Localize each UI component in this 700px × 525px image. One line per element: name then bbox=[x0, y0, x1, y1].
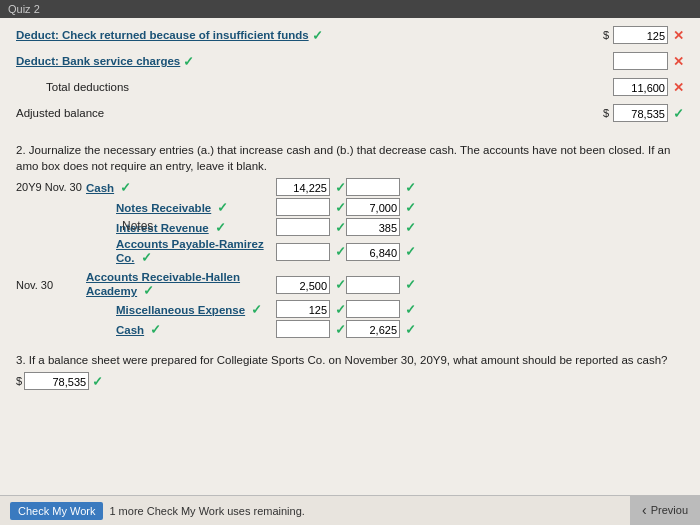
debit-check-4: ✓ bbox=[335, 244, 346, 259]
total-deductions-right: 11,600 ✕ bbox=[613, 78, 684, 96]
journal-row-6: Miscellaneous Expense ✓ 125 ✓ ✓ bbox=[16, 300, 684, 318]
credit-col-2: 7,000 ✓ bbox=[346, 198, 416, 216]
account-check-7: ✓ bbox=[150, 322, 161, 337]
account-label-4: Accounts Payable-Ramirez Co. bbox=[116, 238, 264, 264]
debit-col-7: ✓ bbox=[276, 320, 346, 338]
debit-check-1: ✓ bbox=[335, 180, 346, 195]
debit-input-4[interactable] bbox=[276, 243, 330, 261]
account-check-5: ✓ bbox=[143, 283, 154, 298]
account-check-2: ✓ bbox=[217, 200, 228, 215]
date-label-5: Nov. 30 bbox=[16, 279, 53, 291]
debit-col-2: ✓ bbox=[276, 198, 346, 216]
previous-label: Previou bbox=[651, 504, 688, 516]
check-my-work-button[interactable]: Check My Work bbox=[10, 502, 103, 520]
debit-check-7: ✓ bbox=[335, 322, 346, 337]
deduct-check-input[interactable]: 125 bbox=[613, 26, 668, 44]
credit-check-6: ✓ bbox=[405, 302, 416, 317]
previous-button[interactable]: ‹ Previou bbox=[630, 495, 700, 525]
credit-check-1: ✓ bbox=[405, 180, 416, 195]
adjusted-balance-input[interactable]: 78,535 bbox=[613, 104, 668, 122]
account-check-1: ✓ bbox=[120, 180, 131, 195]
account-col-2: Notes Receivable ✓ bbox=[86, 200, 276, 215]
journal-row-3: Interest Revenue ✓ ✓ 385 ✓ bbox=[16, 218, 684, 236]
account-col-4: Accounts Payable-Ramirez Co. ✓ bbox=[86, 238, 276, 265]
journal-row-2: Notes Receivable ✓ ✓ 7,000 ✓ bbox=[16, 198, 684, 216]
credit-check-2: ✓ bbox=[405, 200, 416, 215]
question3-answer-row: $ 78,535 ✓ bbox=[16, 372, 684, 390]
adjusted-balance-check: ✓ bbox=[673, 106, 684, 121]
deduct-bank-label: Deduct: Bank service charges bbox=[16, 55, 180, 67]
date-col-1: 20Y9 Nov. 30 bbox=[16, 181, 86, 193]
account-col-3: Interest Revenue ✓ bbox=[86, 220, 276, 235]
credit-input-6[interactable] bbox=[346, 300, 400, 318]
previous-arrow-icon: ‹ bbox=[642, 502, 647, 518]
account-label-1: Cash bbox=[86, 182, 114, 194]
account-check-4: ✓ bbox=[141, 250, 152, 265]
credit-check-4: ✓ bbox=[405, 244, 416, 259]
question3-check: ✓ bbox=[92, 374, 103, 389]
debit-check-3: ✓ bbox=[335, 220, 346, 235]
question3-input[interactable]: 78,535 bbox=[24, 372, 89, 390]
debit-check-2: ✓ bbox=[335, 200, 346, 215]
account-check-6: ✓ bbox=[251, 302, 262, 317]
debit-input-3[interactable] bbox=[276, 218, 330, 236]
total-deductions-label: Total deductions bbox=[46, 81, 129, 93]
credit-input-3[interactable]: 385 bbox=[346, 218, 400, 236]
adjusted-balance-right: $ 78,535 ✓ bbox=[603, 104, 684, 122]
credit-col-6: ✓ bbox=[346, 300, 416, 318]
credit-check-5: ✓ bbox=[405, 277, 416, 292]
credit-input-7[interactable]: 2,625 bbox=[346, 320, 400, 338]
credit-col-1: ✓ bbox=[346, 178, 416, 196]
content-area: Deduct: Check returned because of insuff… bbox=[0, 18, 700, 396]
credit-input-2[interactable]: 7,000 bbox=[346, 198, 400, 216]
journal-row-4: Accounts Payable-Ramirez Co. ✓ ✓ 6,840 ✓ bbox=[16, 238, 684, 265]
deduct-bank-row: Deduct: Bank service charges ✓ ✕ bbox=[16, 50, 684, 72]
deduct-bank-input[interactable] bbox=[613, 52, 668, 70]
credit-check-7: ✓ bbox=[405, 322, 416, 337]
debit-input-7[interactable] bbox=[276, 320, 330, 338]
credit-col-5: ✓ bbox=[346, 276, 416, 294]
question3-text: 3. If a balance sheet were prepared for … bbox=[16, 352, 684, 368]
debit-col-1: 14,225 ✓ bbox=[276, 178, 346, 196]
journal-row-7: Cash ✓ ✓ 2,625 ✓ bbox=[16, 320, 684, 338]
account-check-3: ✓ bbox=[215, 220, 226, 235]
credit-input-5[interactable] bbox=[346, 276, 400, 294]
question2-text: 2. Journalize the necessary entries (a.)… bbox=[16, 142, 684, 174]
deduct-check-right: $ 125 ✕ bbox=[603, 26, 684, 44]
account-label-6: Miscellaneous Expense bbox=[116, 304, 245, 316]
debit-col-4: ✓ bbox=[276, 243, 346, 261]
account-label-5: Accounts Receivable-Hallen Academy bbox=[86, 271, 240, 297]
debit-input-2[interactable] bbox=[276, 198, 330, 216]
deduct-bank-right: ✕ bbox=[613, 52, 684, 70]
credit-input-4[interactable]: 6,840 bbox=[346, 243, 400, 261]
deduct-bank-x: ✕ bbox=[673, 54, 684, 69]
date-label-1: 20Y9 Nov. 30 bbox=[16, 181, 82, 193]
account-label-7: Cash bbox=[116, 324, 144, 336]
top-bar-title: Quiz 2 bbox=[8, 3, 40, 15]
total-deductions-input[interactable]: 11,600 bbox=[613, 78, 668, 96]
deduct-check-label: Deduct: Check returned because of insuff… bbox=[16, 29, 309, 41]
account-col-7: Cash ✓ bbox=[86, 322, 276, 337]
credit-input-1[interactable] bbox=[346, 178, 400, 196]
debit-input-6[interactable]: 125 bbox=[276, 300, 330, 318]
notes-label: Notes bbox=[122, 219, 153, 233]
debit-check-5: ✓ bbox=[335, 277, 346, 292]
main-container: Quiz 2 Deduct: Check returned because of… bbox=[0, 0, 700, 525]
total-deductions-row: Total deductions 11,600 ✕ bbox=[16, 76, 684, 98]
debit-col-6: 125 ✓ bbox=[276, 300, 346, 318]
debit-col-3: ✓ bbox=[276, 218, 346, 236]
total-deductions-x: ✕ bbox=[673, 80, 684, 95]
question3-dollar: $ bbox=[16, 375, 22, 387]
remaining-text: 1 more Check My Work uses remaining. bbox=[109, 505, 304, 517]
deduct-check-checkmark: ✓ bbox=[312, 28, 323, 43]
account-label-2: Notes Receivable bbox=[116, 202, 211, 214]
bottom-bar: Check My Work 1 more Check My Work uses … bbox=[0, 495, 700, 525]
journal-row-1: 20Y9 Nov. 30 Cash ✓ 14,225 ✓ ✓ bbox=[16, 178, 684, 196]
deduct-check-x: ✕ bbox=[673, 28, 684, 43]
journal-row-5: Nov. 30 Accounts Receivable-Hallen Acade… bbox=[16, 271, 684, 298]
credit-col-4: 6,840 ✓ bbox=[346, 243, 416, 261]
deduct-check-row: Deduct: Check returned because of insuff… bbox=[16, 24, 684, 46]
debit-input-5[interactable]: 2,500 bbox=[276, 276, 330, 294]
date-col-5: Nov. 30 bbox=[16, 279, 86, 291]
debit-input-1[interactable]: 14,225 bbox=[276, 178, 330, 196]
